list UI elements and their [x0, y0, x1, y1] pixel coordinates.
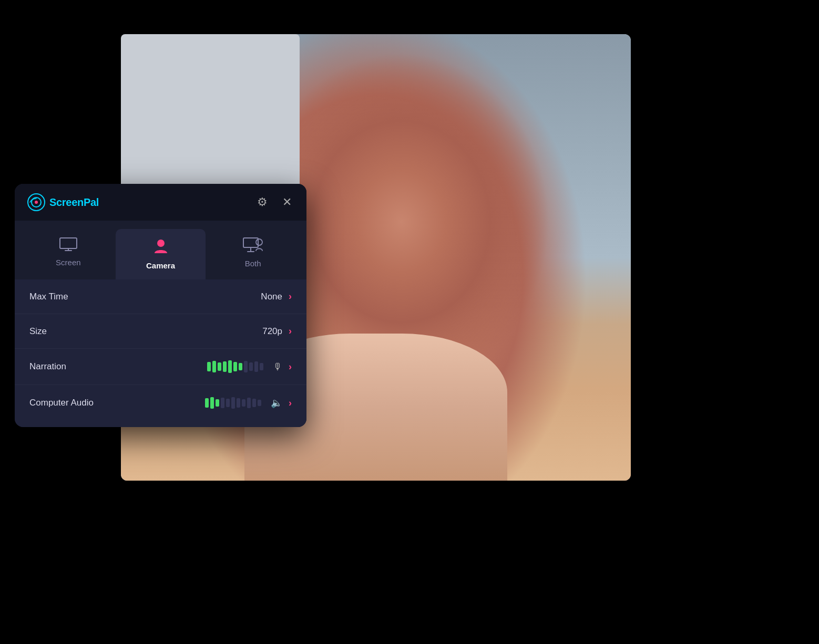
audio-bar-3 [216, 399, 219, 407]
computer-audio-bars [205, 397, 261, 409]
audio-bar-2 [210, 397, 214, 409]
logo-text: ScreenPal [49, 196, 99, 209]
narration-bar-6 [233, 362, 237, 371]
tab-both[interactable]: Both [208, 229, 298, 279]
header-actions: ⚙ ✕ [255, 193, 294, 211]
max-time-value: None [261, 292, 282, 302]
panel-header: ScreenPal ⚙ ✕ [15, 184, 306, 221]
max-time-item[interactable]: Max Time None › [15, 279, 306, 314]
both-tab-label: Both [245, 259, 261, 268]
size-label: Size [29, 326, 47, 337]
screen-preview [121, 34, 300, 197]
main-panel: ScreenPal ⚙ ✕ Screen [15, 184, 306, 427]
screenpal-logo-icon [27, 193, 45, 211]
svg-point-2 [35, 201, 38, 204]
narration-bar-1 [207, 362, 211, 371]
narration-bar-2 [212, 361, 216, 372]
narration-bar-11 [260, 363, 263, 370]
max-time-label: Max Time [29, 292, 68, 302]
narration-bar-9 [249, 362, 253, 371]
logo-area: ScreenPal [27, 193, 99, 211]
audio-bar-11 [258, 400, 261, 406]
narration-label: Narration [29, 361, 66, 372]
narration-right: 🎙 › [207, 360, 292, 373]
computer-audio-chevron: › [289, 398, 292, 409]
screen-tab-icon [59, 237, 77, 254]
both-tab-icon [243, 237, 263, 255]
audio-bar-8 [242, 399, 245, 407]
logo-pal: Pal [84, 196, 99, 208]
mic-icon: 🎙 [273, 361, 282, 372]
audio-bar-9 [247, 398, 251, 408]
svg-point-4 [157, 240, 165, 247]
mode-tabs: Screen Camera Both [15, 221, 306, 279]
audio-bar-6 [231, 397, 235, 409]
size-value: 720p [262, 326, 282, 337]
audio-bar-7 [237, 398, 240, 408]
svg-point-6 [256, 239, 262, 245]
computer-audio-item[interactable]: Computer Audio 🔈 › [15, 385, 306, 421]
narration-bar-10 [254, 361, 258, 372]
settings-list: Max Time None › Size 720p › Narration [15, 279, 306, 427]
tab-screen[interactable]: Screen [23, 229, 114, 279]
max-time-right: None › [261, 291, 292, 302]
max-time-chevron: › [289, 291, 292, 302]
camera-tab-icon [153, 237, 168, 257]
computer-audio-right: 🔈 › [205, 397, 292, 409]
audio-bar-4 [221, 398, 224, 408]
computer-audio-label: Computer Audio [29, 398, 94, 408]
size-chevron: › [289, 326, 292, 337]
close-button[interactable]: ✕ [280, 193, 294, 211]
audio-bar-5 [226, 399, 230, 407]
narration-bar-8 [244, 361, 248, 372]
narration-bar-3 [218, 362, 221, 371]
narration-bar-4 [223, 361, 227, 372]
narration-bars [207, 360, 263, 373]
camera-tab-label: Camera [146, 261, 175, 270]
speaker-icon: 🔈 [271, 397, 282, 409]
screen-tab-label: Screen [56, 258, 81, 267]
audio-bar-10 [252, 399, 256, 407]
gear-icon: ⚙ [257, 195, 268, 209]
narration-bar-5 [228, 360, 232, 373]
size-right: 720p › [262, 326, 292, 337]
narration-chevron: › [289, 361, 292, 372]
size-item[interactable]: Size 720p › [15, 314, 306, 349]
narration-bar-7 [239, 363, 242, 370]
settings-button[interactable]: ⚙ [255, 193, 270, 211]
audio-bar-1 [205, 398, 209, 408]
svg-rect-3 [60, 238, 77, 248]
tab-camera[interactable]: Camera [116, 229, 206, 279]
logo-screen: Screen [49, 196, 84, 208]
narration-item[interactable]: Narration 🎙 › [15, 349, 306, 385]
close-icon: ✕ [282, 195, 292, 209]
